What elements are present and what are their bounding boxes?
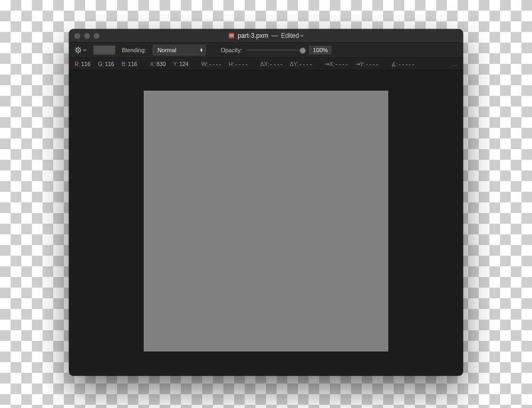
window-controls (74, 33, 99, 39)
info-w: W:- - - - (201, 61, 221, 67)
app-window: part-3.pxm — Edited (69, 29, 463, 376)
select-arrows-icon: ▲▼ (200, 48, 203, 52)
blending-label: Blending: (122, 47, 146, 53)
toolbar: Blending: Normal ▲▼ Opacity: 100% (69, 43, 463, 58)
svg-line-10 (80, 52, 80, 52)
info-ax: ⇥X:- - - - (325, 61, 348, 67)
info-g: G:116 (98, 61, 114, 67)
blending-mode-value: Normal (157, 47, 176, 53)
info-r: R:116 (74, 61, 90, 67)
document-status-dropdown[interactable]: Edited (281, 32, 304, 39)
info-angle: ∡:- - - - - (391, 61, 414, 67)
info-y: Y:124 (173, 61, 189, 67)
minimize-window-button[interactable] (84, 33, 90, 39)
svg-rect-2 (229, 36, 233, 36)
opacity-slider[interactable] (246, 47, 305, 53)
info-dy: ΔY:- - - - (290, 61, 312, 67)
settings-menu-button[interactable] (74, 46, 87, 54)
info-b: B:116 (122, 61, 137, 67)
artboard[interactable] (144, 91, 388, 352)
chevron-down-icon (83, 48, 87, 52)
opacity-label: Opacity: (221, 47, 242, 53)
svg-line-12 (80, 48, 80, 48)
desktop-background: part-3.pxm — Edited (0, 0, 532, 408)
svg-point-4 (78, 50, 79, 51)
document-icon[interactable] (228, 32, 235, 39)
document-filename[interactable]: part-3.pxm (238, 32, 268, 39)
gear-icon (74, 46, 82, 54)
document-status-label: Edited (281, 32, 299, 39)
title-separator: — (271, 32, 278, 39)
color-swatch[interactable] (93, 45, 115, 55)
window-title: part-3.pxm — Edited (69, 32, 463, 39)
blending-mode-select[interactable]: Normal ▲▼ (153, 45, 206, 55)
opacity-value-field[interactable]: 100% (309, 46, 331, 54)
slider-track (246, 50, 305, 51)
opacity-control: Opacity: 100% (221, 46, 331, 54)
close-window-button[interactable] (74, 33, 80, 39)
svg-line-11 (76, 52, 77, 52)
canvas-viewport[interactable] (69, 70, 463, 376)
info-bar: R:116 G:116 B:116 X:830 Y:124 W:- - - - … (69, 58, 463, 70)
svg-rect-1 (229, 35, 233, 35)
slider-knob[interactable] (300, 47, 306, 54)
info-x: X:830 (150, 61, 165, 67)
info-dx: ΔX:- - - - (260, 61, 282, 67)
titlebar[interactable]: part-3.pxm — Edited (69, 29, 463, 43)
chevron-down-icon (300, 34, 304, 38)
info-ay: ⇥Y:- - - - (355, 61, 378, 67)
svg-line-9 (76, 48, 77, 48)
zoom-window-button[interactable] (94, 33, 99, 39)
info-overflow-button[interactable]: ... (451, 61, 458, 67)
info-h: H:- - - - (229, 61, 247, 67)
